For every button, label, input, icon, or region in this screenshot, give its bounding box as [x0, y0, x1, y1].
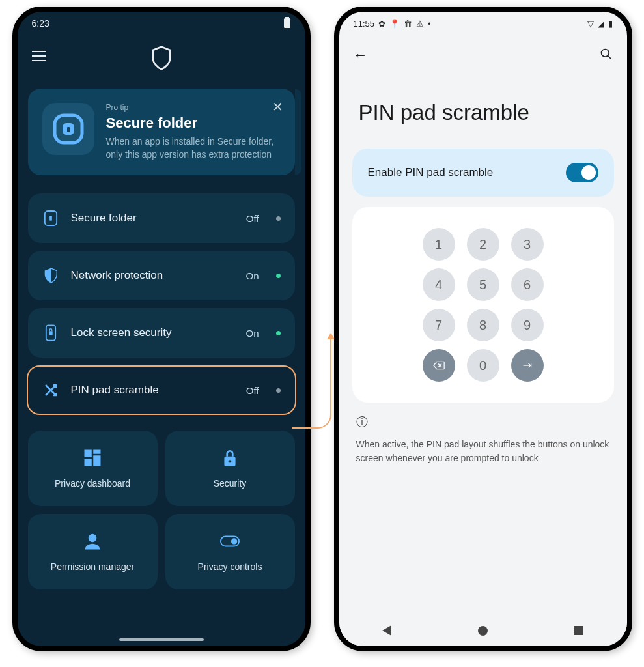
shortcut-tiles: Privacy dashboard Security Permission ma… [28, 431, 295, 589]
statusbar-time: 11:55 [354, 19, 375, 29]
settings-list: Secure folder Off Network protection On … [28, 193, 295, 415]
tile-label: Security [214, 478, 247, 489]
row-lock-screen[interactable]: Lock screen security On [28, 308, 295, 358]
info-section: ⓘ When active, the PIN pad layout shuffl… [356, 414, 610, 465]
info-text: When active, the PIN pad layout shuffles… [356, 438, 610, 465]
row-pin-pad-scramble[interactable]: PIN pad scramble Off [27, 365, 296, 415]
battery-icon: ▮ [608, 19, 613, 29]
pin-key-backspace[interactable] [423, 349, 455, 382]
android-navbar [339, 615, 627, 646]
statusbar-right: 11:55 ✿ 📍 🗑 ⚠ • ▽ ◢ ▮ [339, 12, 627, 35]
tile-label: Privacy controls [198, 561, 262, 572]
trash-icon: 🗑 [404, 19, 412, 29]
row-status: Off [246, 385, 259, 396]
search-icon[interactable] [600, 48, 613, 64]
phone-lock-icon [42, 323, 59, 343]
back-icon[interactable]: ← [354, 47, 368, 64]
dashboard-icon [83, 448, 102, 470]
nav-recents-icon[interactable] [574, 626, 583, 635]
pinpad-preview: 1 2 3 4 5 6 7 8 9 0 [352, 207, 614, 403]
tile-security[interactable]: Security [165, 431, 295, 506]
toggle-label: Enable PIN pad scramble [368, 166, 494, 179]
page-header: ← [339, 35, 627, 69]
wifi-icon: ▽ [587, 19, 594, 29]
pin-key-4[interactable]: 4 [423, 268, 455, 301]
close-icon[interactable]: ✕ [272, 99, 283, 115]
row-label: Lock screen security [71, 326, 234, 339]
status-dot-icon [276, 216, 281, 221]
shield-logo-icon [151, 46, 172, 70]
svg-point-14 [229, 460, 231, 462]
svg-rect-6 [49, 216, 52, 221]
pin-key-7[interactable]: 7 [423, 309, 455, 341]
tile-privacy-controls[interactable]: Privacy controls [165, 514, 295, 589]
svg-rect-10 [93, 450, 100, 454]
status-dot-icon [276, 274, 281, 278]
row-status: Off [246, 213, 259, 224]
svg-point-17 [231, 539, 237, 545]
page-title: PIN pad scramble [339, 69, 627, 149]
pin-key-8[interactable]: 8 [467, 309, 499, 341]
svg-point-18 [601, 49, 609, 57]
protip-card[interactable]: Pro tip Secure folder When an app is ins… [28, 89, 295, 175]
pin-key-6[interactable]: 6 [511, 268, 544, 301]
location-icon: 📍 [389, 19, 400, 29]
person-icon [83, 532, 102, 554]
info-icon: ⓘ [356, 414, 610, 430]
nav-home-icon[interactable] [478, 626, 488, 636]
nav-back-icon[interactable] [382, 625, 391, 636]
pin-scramble-screen: 11:55 ✿ 📍 🗑 ⚠ • ▽ ◢ ▮ ← PIN pad scramble… [334, 7, 632, 651]
pin-key-3[interactable]: 3 [511, 228, 544, 261]
battery-icon [283, 17, 291, 31]
toggle-switch[interactable] [566, 163, 598, 182]
pin-key-5[interactable]: 5 [467, 268, 499, 301]
menu-icon[interactable] [32, 51, 46, 61]
gear-icon: ✿ [378, 19, 385, 29]
home-indicator[interactable] [119, 638, 204, 641]
statusbar-time: 6:23 [32, 18, 49, 29]
toggle-icon [220, 532, 240, 554]
dot-icon: • [428, 19, 431, 29]
pin-key-9[interactable]: 9 [511, 309, 544, 341]
pin-key-2[interactable]: 2 [467, 228, 499, 261]
tile-privacy-dashboard[interactable]: Privacy dashboard [28, 431, 158, 506]
row-label: Secure folder [71, 212, 234, 225]
warning-icon: ⚠ [416, 19, 424, 29]
tile-permission-manager[interactable]: Permission manager [28, 514, 158, 589]
row-label: PIN pad scramble [71, 384, 234, 397]
status-dot-icon [276, 331, 281, 335]
status-dot-icon [276, 388, 281, 393]
protip-title: Secure folder [106, 115, 281, 132]
svg-line-19 [608, 55, 611, 59]
pin-key-enter[interactable] [511, 349, 544, 382]
enable-toggle-card[interactable]: Enable PIN pad scramble [352, 149, 614, 197]
folder-icon [42, 208, 59, 228]
svg-point-15 [89, 534, 97, 543]
statusbar-left: 6:23 [18, 12, 305, 35]
pin-key-1[interactable]: 1 [423, 228, 455, 261]
lock-icon [220, 448, 240, 470]
row-label: Network protection [71, 269, 234, 282]
protip-label: Pro tip [106, 103, 281, 112]
app-header [18, 35, 305, 81]
svg-rect-4 [67, 127, 70, 132]
svg-rect-11 [93, 455, 100, 466]
secure-folder-icon [42, 103, 94, 155]
svg-rect-0 [285, 17, 289, 18]
svg-rect-1 [284, 18, 290, 28]
tile-label: Privacy dashboard [55, 478, 130, 489]
svg-rect-12 [85, 459, 92, 466]
svg-rect-9 [85, 450, 92, 457]
security-app-screen: 6:23 Pro tip Secure folder When an app i… [12, 7, 311, 651]
row-status: On [245, 270, 259, 281]
row-network-protection[interactable]: Network protection On [28, 251, 295, 300]
signal-icon: ◢ [598, 19, 604, 29]
network-shield-icon [42, 266, 59, 285]
pin-key-0[interactable]: 0 [467, 349, 499, 382]
row-secure-folder[interactable]: Secure folder Off [28, 193, 295, 243]
row-status: On [245, 328, 259, 339]
svg-rect-8 [49, 331, 52, 335]
shuffle-icon [42, 380, 59, 400]
tile-label: Permission manager [51, 561, 134, 572]
protip-body: When an app is installed in Secure folde… [106, 135, 281, 161]
